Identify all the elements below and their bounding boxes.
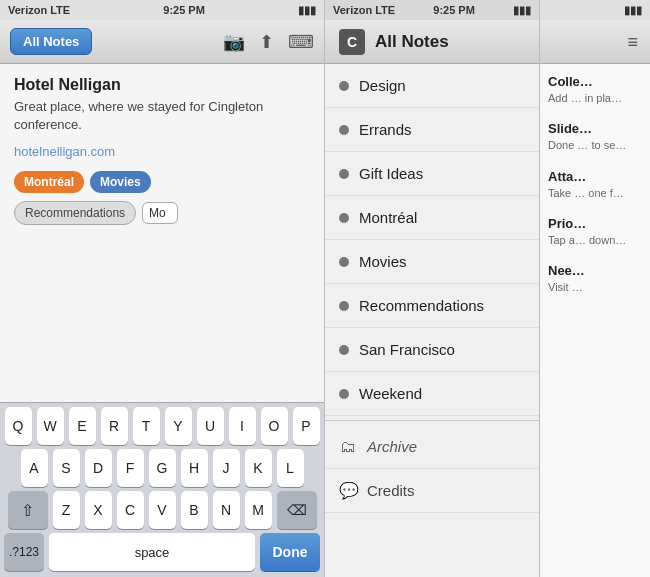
label-design: Design <box>359 77 406 94</box>
tag-recommendations[interactable]: Recommendations <box>14 201 136 225</box>
label-weekend: Weekend <box>359 385 422 402</box>
left-time: 9:25 PM <box>163 4 205 16</box>
tags-row-1: Montréal Movies <box>14 171 310 193</box>
middle-time: 9:25 PM <box>433 4 475 16</box>
key-z[interactable]: Z <box>53 491 80 529</box>
space-key[interactable]: space <box>49 533 255 571</box>
label-movies: Movies <box>359 253 407 270</box>
label-gift-ideas: Gift Ideas <box>359 165 423 182</box>
key-w[interactable]: W <box>37 407 64 445</box>
right-battery: ▮▮▮ <box>624 4 642 17</box>
list-item-credits[interactable]: 💬 Credits <box>325 469 539 513</box>
left-carrier: Verizon LTE <box>8 4 70 16</box>
key-n[interactable]: N <box>213 491 240 529</box>
list-item-design[interactable]: Design <box>325 64 539 108</box>
key-l[interactable]: L <box>277 449 304 487</box>
right-item-2: Atta… Take … one f… <box>548 169 642 200</box>
tag-movies[interactable]: Movies <box>90 171 151 193</box>
key-t[interactable]: T <box>133 407 160 445</box>
list-divider <box>325 420 539 421</box>
key-v[interactable]: V <box>149 491 176 529</box>
list-item-weekend[interactable]: Weekend <box>325 372 539 416</box>
key-m[interactable]: M <box>245 491 272 529</box>
right-item-3: Prio… Tap a… down… <box>548 216 642 247</box>
key-k[interactable]: K <box>245 449 272 487</box>
tags-row-2: Recommendations <box>14 201 310 225</box>
key-h[interactable]: H <box>181 449 208 487</box>
key-p[interactable]: P <box>293 407 320 445</box>
right-item-title-0: Colle… <box>548 74 642 89</box>
key-x[interactable]: X <box>85 491 112 529</box>
done-key[interactable]: Done <box>260 533 320 571</box>
right-item-title-2: Atta… <box>548 169 642 184</box>
right-items: Colle… Add … in pla… Slide… Done … to se… <box>540 64 650 577</box>
key-r[interactable]: R <box>101 407 128 445</box>
note-content: Hotel Nelligan Great place, where we sta… <box>0 64 324 402</box>
note-body: Great place, where we stayed for Cinglet… <box>14 98 310 134</box>
key-g[interactable]: G <box>149 449 176 487</box>
list-item-movies[interactable]: Movies <box>325 240 539 284</box>
bullet-gift-ideas <box>339 169 349 179</box>
left-battery: ▮▮▮ <box>298 4 316 17</box>
key-a[interactable]: A <box>21 449 48 487</box>
label-credits: Credits <box>367 482 415 499</box>
right-item-title-3: Prio… <box>548 216 642 231</box>
list-item-montreal[interactable]: Montréal <box>325 196 539 240</box>
keyboard-row-4: .?123 space Done <box>0 529 324 577</box>
bullet-errands <box>339 125 349 135</box>
key-e[interactable]: E <box>69 407 96 445</box>
keyboard-row-1: Q W E R T Y U I O P <box>0 403 324 445</box>
key-b[interactable]: B <box>181 491 208 529</box>
label-archive: Archive <box>367 438 417 455</box>
toolbar-icons: 📷 ⬆ ⌨ <box>223 31 314 53</box>
tag-input[interactable] <box>142 202 178 224</box>
credits-icon: 💬 <box>339 481 357 500</box>
bullet-weekend <box>339 389 349 399</box>
key-d[interactable]: D <box>85 449 112 487</box>
camera-icon[interactable]: 📷 <box>223 31 245 53</box>
note-list: Design Errands Gift Ideas Montréal Movie… <box>325 64 539 577</box>
key-c[interactable]: C <box>117 491 144 529</box>
list-item-errands[interactable]: Errands <box>325 108 539 152</box>
list-item-san-francisco[interactable]: San Francisco <box>325 328 539 372</box>
shift-key[interactable]: ⇧ <box>8 491 48 529</box>
key-j[interactable]: J <box>213 449 240 487</box>
middle-carrier: Verizon LTE <box>333 4 395 16</box>
num-key[interactable]: .?123 <box>4 533 44 571</box>
share-icon[interactable]: ⬆ <box>259 31 274 53</box>
right-item-0: Colle… Add … in pla… <box>548 74 642 105</box>
right-item-body-2: Take … one f… <box>548 186 642 200</box>
left-status-bar: Verizon LTE 9:25 PM ▮▮▮ <box>0 0 324 20</box>
note-link[interactable]: hotelnelligan.com <box>14 144 310 159</box>
bullet-montreal <box>339 213 349 223</box>
menu-icon[interactable]: ≡ <box>627 33 638 51</box>
key-s[interactable]: S <box>53 449 80 487</box>
right-item-4: Nee… Visit … <box>548 263 642 294</box>
list-item-recommendations[interactable]: Recommendations <box>325 284 539 328</box>
backspace-key[interactable]: ⌫ <box>277 491 317 529</box>
keyboard-row-3: ⇧ Z X C V B N M ⌫ <box>0 487 324 529</box>
right-item-body-1: Done … to se… <box>548 138 642 152</box>
key-i[interactable]: I <box>229 407 256 445</box>
bullet-recommendations <box>339 301 349 311</box>
key-u[interactable]: U <box>197 407 224 445</box>
key-q[interactable]: Q <box>5 407 32 445</box>
label-san-francisco: San Francisco <box>359 341 455 358</box>
keyboard-row-2: A S D F G H J K L <box>0 445 324 487</box>
list-item-archive[interactable]: 🗂 Archive <box>325 425 539 469</box>
all-notes-title: All Notes <box>375 32 449 52</box>
right-item-title-1: Slide… <box>548 121 642 136</box>
right-item-body-3: Tap a… down… <box>548 233 642 247</box>
list-item-gift-ideas[interactable]: Gift Ideas <box>325 152 539 196</box>
middle-panel: Verizon LTE 9:25 PM ▮▮▮ C All Notes Desi… <box>325 0 540 577</box>
key-y[interactable]: Y <box>165 407 192 445</box>
right-item-title-4: Nee… <box>548 263 642 278</box>
middle-battery: ▮▮▮ <box>513 4 531 17</box>
keyboard-icon[interactable]: ⌨ <box>288 31 314 53</box>
key-f[interactable]: F <box>117 449 144 487</box>
back-button[interactable]: All Notes <box>10 28 92 55</box>
right-panel: ▮▮▮ ≡ Colle… Add … in pla… Slide… Done …… <box>540 0 650 577</box>
tag-montreal[interactable]: Montréal <box>14 171 84 193</box>
right-item-body-0: Add … in pla… <box>548 91 642 105</box>
key-o[interactable]: O <box>261 407 288 445</box>
